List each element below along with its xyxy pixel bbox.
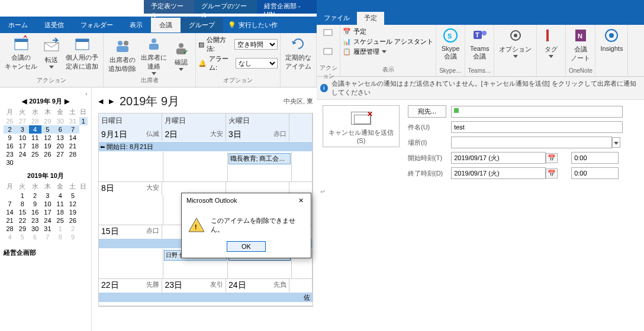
alarm-label: アラーム: — [209, 54, 233, 72]
ok-button[interactable]: OK — [227, 241, 266, 252]
group-teams-label: Teams… — [468, 67, 491, 75]
location-label: 場所(I) — [405, 135, 449, 150]
tooltab-group[interactable]: グループのツール — [194, 0, 256, 14]
calendar-icon: 📅 — [343, 28, 351, 35]
svg-point-6 — [118, 41, 123, 46]
action-small[interactable] — [319, 26, 343, 45]
tab-appointment[interactable]: 予定 — [357, 12, 384, 25]
alarm-icon: 🔔 — [198, 60, 207, 67]
subject-label: 件名(U) — [405, 119, 449, 135]
end-label: 終了時刻(D) — [405, 166, 449, 181]
pub-method-label: 公開方法: — [207, 35, 232, 53]
to-button[interactable]: 宛先... — [408, 105, 446, 118]
warning-icon: ! — [188, 216, 205, 234]
contact-attendees-button[interactable]: 出席者に 連絡 — [139, 34, 169, 76]
svg-rect-23 — [546, 30, 549, 41]
svg-point-20 — [482, 31, 487, 35]
group-option-label: オプション — [198, 76, 278, 86]
svg-point-22 — [514, 34, 517, 37]
svg-text:✔: ✔ — [183, 48, 188, 56]
forward-button[interactable]: 転送 — [40, 34, 63, 72]
pub-method-select[interactable]: 空き時間 — [234, 39, 278, 50]
teams-meeting-button[interactable]: TTeams 会議 — [468, 26, 491, 62]
month-prev-icon[interactable]: ◀ — [98, 98, 103, 105]
send-cancel-button[interactable]: ✕ キャンセル通知を送信(S) — [323, 105, 400, 147]
event-startdate[interactable]: ⬅ 開始日: 8月21日 — [99, 142, 313, 151]
tab-folder[interactable]: フォルダー — [72, 18, 121, 33]
tooltab-calendar[interactable]: 予定表ツール — [144, 0, 194, 14]
tab-view[interactable]: 表示 — [121, 18, 151, 33]
dow-header: 月曜日 — [162, 113, 226, 128]
svg-text:✕: ✕ — [22, 35, 28, 40]
tab-meeting[interactable]: 会議 — [151, 18, 181, 33]
svg-text:S: S — [447, 33, 452, 40]
svg-point-9 — [152, 38, 156, 43]
tab-file[interactable]: ファイル — [317, 12, 357, 25]
group-name[interactable]: 経営企画部 — [4, 248, 88, 257]
svg-rect-10 — [149, 44, 159, 50]
svg-point-7 — [124, 41, 128, 46]
history-icon: 📋 — [343, 48, 351, 56]
date-picker-icon[interactable]: 📅 — [546, 168, 558, 179]
meeting-notes-button[interactable]: N会議 ノート — [568, 26, 593, 64]
date-picker-icon[interactable]: 📅 — [546, 153, 558, 163]
tab-sendrecv[interactable]: 送受信 — [36, 18, 72, 33]
svg-rect-15 — [324, 48, 332, 54]
prev-month-icon[interactable]: ◀ — [22, 98, 27, 105]
subject-input[interactable] — [451, 121, 623, 133]
location-dropdown[interactable] — [612, 137, 620, 148]
recurrence-button[interactable]: 定期的な アイテム — [283, 34, 314, 72]
dow-header — [289, 113, 313, 128]
dialog-message: このアイテムを削除できません。 — [211, 216, 305, 234]
error-dialog: Microsoft Outlook ✕ ! このアイテムを削除できません。 OK — [181, 193, 311, 258]
schedule-icon: 📊 — [343, 38, 351, 46]
svg-text:T: T — [475, 31, 479, 38]
history-button[interactable]: 履歴管理 — [353, 47, 379, 56]
dow-header: 火曜日 — [226, 113, 289, 128]
info-icon: i — [320, 84, 328, 92]
tags-button[interactable]: タグ — [539, 26, 563, 59]
svg-rect-5 — [76, 39, 89, 42]
event-band[interactable]: 佐 — [99, 293, 313, 302]
mini-calendar-sept[interactable]: ◀2019年 9月▶ 月火水木金土日 2627282930311 234567 … — [4, 97, 88, 167]
confirm-button[interactable]: ✔確認 — [169, 34, 193, 76]
group-display-label: 表示 — [343, 66, 433, 75]
dow-header: 日曜日 — [99, 113, 162, 128]
event[interactable]: 職長教育; 商工会議所 — [228, 153, 291, 164]
end-date-input[interactable] — [451, 167, 546, 179]
end-time-input[interactable] — [571, 167, 619, 179]
group-action-label: アクション — [2, 76, 101, 86]
cancel-meeting-button[interactable]: ✕会議の キャンセル — [2, 34, 40, 72]
info-bar: i会議キャンセルの通知はまだ送信されていません。[キャンセル通知を送信] をクリ… — [317, 77, 644, 100]
mini-calendar-oct[interactable]: 2019年 10月 月火水木金土日 12345 789101112 141516… — [4, 171, 88, 241]
next-month-icon[interactable]: ▶ — [65, 98, 69, 105]
attendees-button[interactable]: 出席者の 追加/削除 — [106, 34, 139, 76]
start-label: 開始時刻(T) — [405, 150, 449, 166]
window-title: 経営企画部 - HIN — [257, 0, 317, 14]
add-personal-calendar-button[interactable]: 個人用の予 定表に追加 — [63, 34, 101, 72]
alarm-select[interactable]: なし — [236, 58, 278, 69]
start-date-input[interactable] — [451, 152, 546, 164]
tell-me[interactable]: 💡 実行したい作 — [228, 21, 278, 30]
sched-assist-button[interactable]: スケジュール アシスタント — [353, 37, 433, 46]
location-label: 中央区, 東 — [284, 97, 313, 106]
location-input[interactable] — [451, 137, 612, 148]
options-button[interactable]: オプション — [497, 26, 534, 59]
month-title: 2019年 9月 — [120, 93, 179, 109]
tab-home[interactable]: ホーム — [0, 18, 36, 33]
month-next-icon[interactable]: ▶ — [109, 98, 114, 105]
dialog-title: Microsoft Outlook — [186, 197, 237, 205]
svg-point-27 — [609, 33, 614, 38]
skype-meeting-button[interactable]: SSkype 会議 — [439, 26, 462, 62]
action-small2[interactable] — [319, 45, 343, 64]
svg-point-11 — [179, 43, 183, 48]
start-time-input[interactable] — [571, 152, 619, 164]
insights-button[interactable]: Insights — [598, 26, 625, 53]
close-icon[interactable]: ✕ — [295, 197, 306, 205]
right-menubar — [317, 0, 644, 12]
svg-text:N: N — [578, 33, 582, 40]
svg-rect-14 — [324, 30, 332, 35]
group-onenote-label: OneNote — [568, 67, 593, 75]
tab-group[interactable]: グループ — [181, 18, 223, 33]
busy-icon: ▨ — [198, 41, 204, 48]
